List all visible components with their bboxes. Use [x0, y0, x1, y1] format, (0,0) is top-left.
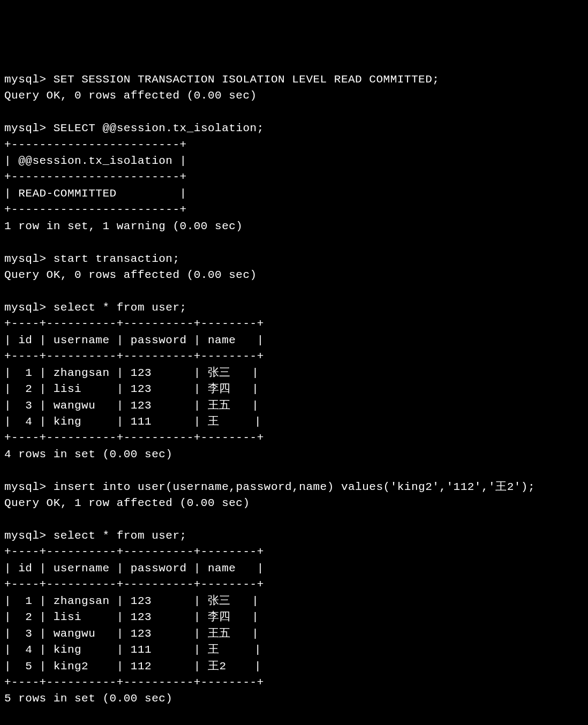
- result-summary: 4 rows in set (0.00 sec): [4, 447, 584, 463]
- table-border: +------------------------+: [4, 202, 584, 218]
- mysql-prompt: mysql>: [4, 530, 47, 542]
- table-border: +----+----------+----------+--------+: [4, 544, 584, 560]
- table-border: +------------------------+: [4, 137, 584, 153]
- table-row: | READ-COMMITTED |: [4, 186, 584, 202]
- table-row: | 4 | king | 111 | 王 |: [4, 642, 584, 658]
- table-row: | 3 | wangwu | 123 | 王五 |: [4, 398, 584, 414]
- table-row: | 4 | king | 111 | 王 |: [4, 414, 584, 430]
- result-line: Query OK, 1 row affected (0.00 sec): [4, 495, 584, 511]
- blank-line: [4, 512, 584, 528]
- table-header: | id | username | password | name |: [4, 333, 584, 349]
- result-summary: 1 row in set, 1 warning (0.00 sec): [4, 218, 584, 235]
- table-row: | 1 | zhangsan | 123 | 张三 |: [4, 365, 584, 381]
- mysql-prompt: mysql>: [4, 122, 47, 134]
- mysql-prompt: mysql>: [4, 253, 47, 265]
- blank-line: [4, 463, 584, 479]
- command-start-transaction: start transaction;: [54, 253, 180, 265]
- command-select-user: select * from user;: [54, 530, 187, 542]
- table-border: +----+----------+----------+--------+: [4, 349, 584, 365]
- terminal-output: mysql> SET SESSION TRANSACTION ISOLATION…: [4, 72, 584, 707]
- mysql-prompt: mysql>: [4, 301, 47, 314]
- table-row: | 5 | king2 | 112 | 王2 |: [4, 659, 584, 675]
- command-select-user: select * from user;: [54, 301, 187, 314]
- table-header: | @@session.tx_isolation |: [4, 153, 584, 169]
- table-header: | id | username | password | name |: [4, 561, 584, 577]
- prompt-line: mysql> SET SESSION TRANSACTION ISOLATION…: [4, 72, 584, 88]
- blank-line: [4, 283, 584, 299]
- table-row: | 2 | lisi | 123 | 李四 |: [4, 609, 584, 625]
- mysql-prompt: mysql>: [4, 481, 47, 493]
- table-row: | 1 | zhangsan | 123 | 张三 |: [4, 593, 584, 609]
- table-row: | 2 | lisi | 123 | 李四 |: [4, 381, 584, 397]
- table-row: | 3 | wangwu | 123 | 王五 |: [4, 626, 584, 642]
- command-insert-user: insert into user(username,password,name)…: [54, 481, 535, 493]
- prompt-line: mysql> insert into user(username,passwor…: [4, 479, 584, 495]
- result-line: Query OK, 0 rows affected (0.00 sec): [4, 88, 584, 104]
- prompt-line: mysql> SELECT @@session.tx_isolation;: [4, 120, 584, 137]
- prompt-line: mysql> start transaction;: [4, 251, 584, 267]
- command-set-isolation: SET SESSION TRANSACTION ISOLATION LEVEL …: [54, 73, 440, 86]
- blank-line: [4, 235, 584, 251]
- command-select-isolation: SELECT @@session.tx_isolation;: [54, 122, 264, 134]
- table-border: +------------------------+: [4, 169, 584, 185]
- table-border: +----+----------+----------+--------+: [4, 316, 584, 332]
- result-summary: 5 rows in set (0.00 sec): [4, 691, 584, 707]
- mysql-prompt: mysql>: [4, 73, 47, 86]
- table-border: +----+----------+----------+--------+: [4, 430, 584, 446]
- table-border: +----+----------+----------+--------+: [4, 577, 584, 593]
- blank-line: [4, 104, 584, 120]
- prompt-line: mysql> select * from user;: [4, 300, 584, 316]
- table-border: +----+----------+----------+--------+: [4, 675, 584, 691]
- prompt-line: mysql> select * from user;: [4, 528, 584, 544]
- result-line: Query OK, 0 rows affected (0.00 sec): [4, 267, 584, 283]
